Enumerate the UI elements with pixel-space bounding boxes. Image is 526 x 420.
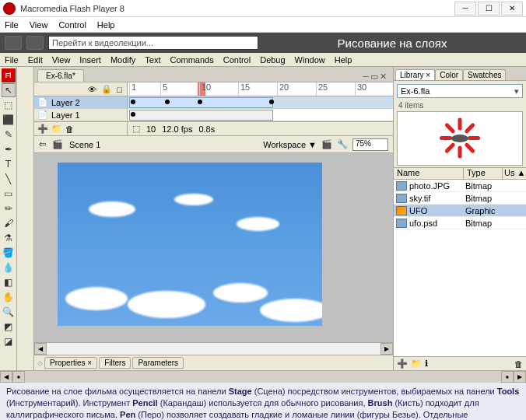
new-symbol-icon[interactable]: ➕ — [397, 359, 408, 369]
eye-icon[interactable]: 👁 — [88, 85, 96, 94]
rectangle-tool[interactable]: ▭ — [2, 187, 16, 201]
properties-icon[interactable]: ℹ — [425, 359, 428, 369]
new-folder-icon[interactable]: 📁 — [51, 124, 62, 134]
selection-tool[interactable]: ↖ — [2, 83, 16, 97]
layer-name[interactable]: 📄 Layer 1 — [34, 109, 128, 121]
nav-fwd-button[interactable] — [26, 36, 44, 50]
item-name: UFO — [409, 206, 465, 215]
pen-tool[interactable]: ✒ — [2, 142, 16, 156]
delete-icon[interactable]: 🗑 — [514, 359, 523, 369]
line-tool[interactable]: ╲ — [2, 172, 16, 186]
eraser-tool[interactable]: ◧ — [2, 275, 16, 289]
free-transform-tool[interactable]: ⬛ — [2, 113, 16, 127]
timeline-layer-row[interactable]: 📄 Layer 2 — [34, 96, 393, 109]
document-tab[interactable]: Ex-6.fla* — [37, 69, 84, 82]
fmenu-insert[interactable]: Insert — [79, 55, 101, 65]
tab-color[interactable]: Color — [435, 69, 463, 80]
fmenu-edit[interactable]: Edit — [28, 55, 43, 65]
doc-close-icon[interactable]: ✕ — [380, 72, 387, 82]
stroke-color[interactable]: ◩ — [2, 320, 16, 334]
scroll-page-icon[interactable]: ● — [501, 371, 514, 383]
library-panel: Library × Color Swatches Ex-6.fla ▾ 4 it… — [394, 67, 526, 370]
new-layer-icon[interactable]: ➕ — [37, 124, 48, 134]
library-item[interactable]: photo.JPG Bitmap — [394, 180, 526, 192]
layer-frames[interactable] — [128, 96, 393, 108]
fmenu-debug[interactable]: Debug — [260, 55, 285, 65]
page-scrollbar[interactable]: ◀ ● ● ▶ — [0, 370, 526, 383]
scroll-page-icon[interactable]: ● — [12, 371, 25, 383]
tab-library[interactable]: Library × — [395, 69, 435, 80]
menu-help[interactable]: Help — [97, 20, 115, 30]
paint-bucket-tool[interactable]: 🪣 — [2, 246, 16, 260]
zoom-input[interactable]: 75% — [352, 138, 388, 151]
lecture-title: Рисование на слоях — [263, 37, 521, 50]
frame-number: 10 — [146, 124, 156, 134]
text-tool[interactable]: T — [2, 157, 16, 171]
workspace-dropdown[interactable]: Workspace ▼ — [263, 140, 317, 149]
maximize-button[interactable]: ☐ — [478, 2, 500, 16]
zoom-tool[interactable]: 🔍 — [2, 305, 16, 319]
tab-parameters[interactable]: Parameters — [132, 357, 184, 369]
minimize-button[interactable]: ─ — [454, 2, 476, 16]
library-columns: Name Type Us ▲ — [394, 167, 526, 180]
layer-name[interactable]: 📄 Layer 2 — [34, 96, 128, 108]
tab-swatches[interactable]: Swatches — [463, 69, 506, 80]
edit-scene-icon[interactable]: 🎬 — [321, 139, 332, 149]
scene-icon: 🎬 — [52, 139, 63, 149]
library-item[interactable]: ufo.psd Bitmap — [394, 217, 526, 229]
column-name[interactable]: Name — [394, 168, 464, 179]
close-button[interactable]: ✕ — [501, 2, 523, 16]
scroll-left-icon[interactable]: ◀ — [0, 371, 12, 383]
edit-symbol-icon[interactable]: 🔧 — [337, 139, 348, 149]
fmenu-commands[interactable]: Commands — [170, 55, 213, 65]
library-item[interactable]: UFO Graphic — [394, 205, 526, 217]
fmenu-text[interactable]: Text — [145, 55, 160, 65]
stage-scrollbar-h[interactable]: ◀ ▶ — [34, 342, 393, 355]
tab-filters[interactable]: Filters — [99, 357, 131, 369]
lasso-tool[interactable]: ✎ — [2, 128, 16, 142]
flash-menubar: File Edit View Insert Modify Text Comman… — [0, 53, 526, 67]
fmenu-file[interactable]: File — [5, 55, 19, 65]
library-item[interactable]: sky.tif Bitmap — [394, 192, 526, 205]
pencil-tool[interactable]: ✏ — [2, 201, 16, 215]
layer-frames[interactable] — [128, 109, 393, 121]
scroll-right-icon[interactable]: ▶ — [514, 371, 526, 383]
menu-control[interactable]: Control — [58, 20, 86, 30]
menu-view[interactable]: View — [30, 20, 48, 30]
ufo-icon — [451, 135, 468, 142]
fmenu-modify[interactable]: Modify — [110, 55, 135, 65]
fmenu-view[interactable]: View — [52, 55, 71, 65]
delete-layer-icon[interactable]: 🗑 — [65, 124, 74, 134]
tab-properties[interactable]: Properties × — [44, 357, 97, 369]
stage[interactable] — [34, 153, 393, 342]
doc-minimize-icon[interactable]: ─ — [363, 72, 369, 82]
lecture-search-input[interactable]: Перейти к видеолекции... — [48, 36, 258, 50]
scroll-right-icon[interactable]: ▶ — [380, 343, 393, 355]
new-folder-icon[interactable]: 📁 — [411, 359, 422, 369]
subselect-tool[interactable]: ⬚ — [2, 98, 16, 112]
back-icon[interactable]: ⇦ — [39, 139, 46, 149]
fill-color[interactable]: ◪ — [2, 334, 16, 348]
document-tabs: Ex-6.fla* ─ ▭ ✕ — [34, 67, 393, 82]
eyedropper-tool[interactable]: 💧 — [2, 261, 16, 275]
nav-back-button[interactable] — [5, 36, 22, 50]
timeline-layer-row[interactable]: 📄 Layer 1 — [34, 109, 393, 121]
fmenu-help[interactable]: Help — [335, 55, 352, 65]
timeline-ruler[interactable]: 1 5 10 15 20 25 30 — [128, 82, 393, 96]
library-file-dropdown[interactable]: Ex-6.fla ▾ — [397, 84, 523, 98]
brush-tool[interactable]: 🖌 — [2, 216, 16, 230]
scroll-left-icon[interactable]: ◀ — [34, 343, 47, 355]
scene-name[interactable]: Scene 1 — [69, 140, 100, 149]
lock-icon[interactable]: 🔒 — [101, 84, 112, 94]
menu-file[interactable]: File — [5, 20, 19, 30]
ink-bottle-tool[interactable]: ⚗ — [2, 231, 16, 245]
hand-tool[interactable]: ✋ — [2, 290, 16, 304]
onion-skin-icon[interactable]: ⬚ — [132, 124, 140, 134]
doc-restore-icon[interactable]: ▭ — [370, 72, 378, 82]
column-use[interactable]: Us ▲ — [503, 168, 526, 179]
fmenu-window[interactable]: Window — [295, 55, 325, 65]
outline-icon[interactable]: □ — [117, 85, 122, 94]
window-titlebar: Macromedia Flash Player 8 ─ ☐ ✕ — [0, 0, 526, 17]
fmenu-control[interactable]: Control — [223, 55, 251, 65]
column-type[interactable]: Type — [464, 168, 503, 179]
